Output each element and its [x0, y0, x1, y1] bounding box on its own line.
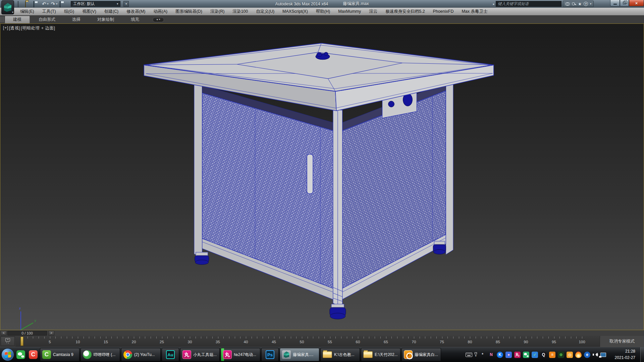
timeline-ruler[interactable]: 0510152025303540455055606570758085909510…	[15, 336, 600, 347]
taskbar-clock[interactable]: 21:28 2021-02-27	[610, 348, 635, 361]
new-file-button[interactable]	[17, 1, 23, 7]
tray-app-k-icon[interactable]: K	[497, 352, 503, 358]
ribbon-tab-2[interactable]: 选择	[64, 16, 89, 23]
ribbon-tab-3[interactable]: 对象绘制	[89, 16, 122, 23]
restore-button[interactable]	[620, 0, 629, 6]
menu-item-10[interactable]: 自定义(U)	[252, 8, 278, 15]
ribbon-tab-1[interactable]: 自由形式	[31, 16, 63, 23]
menu-item-11[interactable]: MAXScript(X)	[278, 8, 312, 15]
menu-item-8[interactable]: 渲染(R)	[206, 8, 228, 15]
menu-item-15[interactable]: 极速瘦身安全归档5.2	[381, 8, 429, 15]
menu-item-3[interactable]: 视图(V)	[78, 8, 100, 15]
previous-frame-button[interactable]: <	[1, 331, 7, 336]
redo-button[interactable]: ↷	[51, 1, 55, 7]
taskbar-wechat-pinned[interactable]	[15, 349, 26, 360]
ribbon-tab-0[interactable]: 建模	[5, 16, 30, 23]
taskbar-photoshop[interactable]: Ps	[261, 348, 279, 361]
favorites-star-icon[interactable]: ★	[578, 2, 582, 6]
menu-item-6[interactable]: 动画(A)	[149, 8, 171, 15]
volume-icon[interactable]	[593, 352, 598, 357]
viewport-menu-plus[interactable]: [+]	[3, 25, 8, 31]
mini-curve-editor-button[interactable]: ~↑↓	[1, 337, 15, 346]
menu-item-9[interactable]: 渲染100	[228, 8, 252, 15]
ribbon-tab-4[interactable]: 填充	[123, 16, 147, 23]
ruler-tick	[50, 337, 50, 339]
tray-app-circles-icon[interactable]: ●	[505, 352, 512, 358]
application-menu-button[interactable]: ▾	[1, 0, 14, 14]
ime-keyboard-icon[interactable]	[466, 353, 472, 357]
menu-item-7[interactable]: 图形编辑器(D)	[171, 8, 206, 15]
menu-item-12[interactable]: 帮助(H)	[312, 8, 334, 15]
taskbar-folder-e-drive[interactable]: E:\天竹202...	[361, 348, 400, 361]
cancel-expert-mode-button[interactable]: 取消专家模式	[600, 336, 644, 347]
network-icon[interactable]	[600, 353, 606, 357]
tray-app-flame-icon[interactable]	[575, 352, 582, 358]
tray-qq-icon[interactable]: Q	[540, 352, 547, 358]
menu-item-17[interactable]: Max 杀毒卫士	[458, 8, 491, 15]
open-file-button[interactable]	[25, 1, 31, 7]
tray-app-window-icon[interactable]: ≡	[549, 352, 555, 358]
taskbar-audition[interactable]: Au	[162, 348, 179, 361]
menu-item-5[interactable]: 修改器(M)	[122, 8, 149, 15]
ruler-tick	[308, 337, 308, 339]
sign-in-icon[interactable]	[572, 2, 576, 6]
ribbon-state-button[interactable]: ▾▾	[153, 17, 164, 22]
workspace-selector[interactable]: 工作区: 默认 ▾	[71, 1, 120, 7]
menu-item-1[interactable]: 工具(T)	[38, 8, 60, 15]
ruler-tick	[100, 337, 101, 339]
show-desktop-button[interactable]	[640, 347, 644, 362]
help-dropdown-icon[interactable]: ▾	[590, 2, 591, 5]
tray-app-clipper-icon[interactable]: N	[488, 352, 494, 358]
time-slider-handle[interactable]	[20, 337, 23, 346]
menu-item-2[interactable]: 组(G)	[60, 8, 78, 15]
start-button[interactable]	[1, 348, 14, 361]
ribbon-grip-handle[interactable]	[1, 16, 3, 22]
close-button[interactable]: ×	[629, 0, 644, 6]
photo-viewer-icon	[404, 350, 413, 359]
desktop: ▾ ↶▾ ↷▾ 工作区: 默认 ▾ ▾ Autodesk 3ds Max 201…	[0, 0, 644, 362]
taskbar-photo-viewer[interactable]: 藤编家具白...	[401, 348, 441, 361]
perspective-viewport[interactable]: [+] [透视] [明暗处理 + 边面]	[0, 23, 644, 330]
tray-app-camera-icon[interactable]: ◎	[567, 352, 573, 358]
axis-y-label: y	[35, 318, 36, 322]
taskbar-folder-k-drive[interactable]: K:\古色教...	[320, 348, 360, 361]
taskbar-bilibili-browser[interactable]: 哔哩哔哩 (...	[80, 348, 120, 361]
workspace-menu-button[interactable]: ▾	[123, 1, 129, 7]
current-frame-display[interactable]: 0 / 100	[7, 331, 47, 336]
help-icon[interactable]: ?	[584, 2, 588, 6]
tray-app-leaf-icon[interactable]: ⊕	[558, 352, 564, 358]
project-toolbar-button[interactable]	[60, 1, 66, 7]
undo-dropdown-icon[interactable]: ▾	[47, 2, 49, 5]
redo-dropdown-icon[interactable]: ▾	[56, 2, 57, 5]
workspace-label: 工作区: 默认	[73, 1, 95, 6]
search-input[interactable]: 键入关键字或短语	[496, 1, 561, 7]
taskbar-camtasia-9[interactable]: CCamtasia 9	[40, 348, 79, 361]
menu-item-14[interactable]: 渲云	[365, 8, 381, 15]
save-button[interactable]	[34, 1, 40, 7]
tray-pc-manager-icon[interactable]: ✓	[532, 352, 538, 358]
show-hidden-icons[interactable]: ▾	[475, 352, 477, 357]
viewport-canvas[interactable]: z x y	[0, 24, 644, 330]
ruler-tick-label: 85	[496, 340, 500, 344]
taskbar-camtasia-pinned[interactable]: C	[28, 349, 39, 360]
menu-item-4[interactable]: 创建(C)	[100, 8, 122, 15]
menu-item-13[interactable]: MaxMummy	[334, 8, 365, 15]
taskbar-no247-task[interactable]: 丸№247电动...	[221, 348, 260, 361]
menu-item-16[interactable]: PhoenixFD	[429, 8, 458, 15]
taskbar-xiaowan-toolbox[interactable]: 丸小丸工具箱...	[180, 348, 220, 361]
viewport-view-name[interactable]: [透视]	[9, 25, 20, 31]
tray-eset-icon[interactable]: e	[584, 352, 590, 358]
collapse-search-icon[interactable]: ▸	[493, 2, 495, 6]
tray-wechat-icon[interactable]	[523, 352, 529, 358]
menu-item-0[interactable]: 编辑(E)	[16, 8, 38, 15]
search-icon[interactable]	[565, 2, 570, 5]
tray-xiaowan-icon[interactable]: 丸	[514, 352, 521, 358]
minimize-button[interactable]	[610, 0, 620, 6]
taskbar-3dsmax-task[interactable]: 藤编家具....	[280, 348, 319, 361]
undo-button[interactable]: ↶	[42, 1, 46, 7]
taskbar-youtube-chrome[interactable]: (2) YouTu...	[121, 348, 161, 361]
next-frame-button[interactable]: >	[48, 331, 54, 336]
tray-app-pinwheel-icon[interactable]: *	[479, 352, 486, 358]
viewport-shading-mode[interactable]: [明暗处理 + 边面]	[21, 25, 55, 31]
clock-date: 2021-02-27	[610, 355, 635, 361]
